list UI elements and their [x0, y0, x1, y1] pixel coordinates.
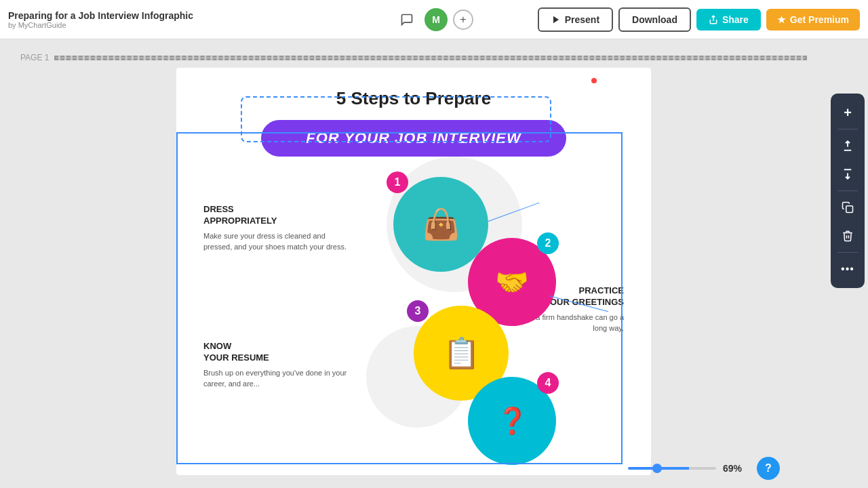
- handshake-icon: 🤝: [495, 266, 529, 298]
- right-panel: +: [827, 39, 868, 488]
- user-avatar[interactable]: M: [425, 8, 448, 31]
- header: Preparing for a Job Interview Infographi…: [0, 0, 868, 39]
- step-3-heading: KNOW YOUR RESUME: [203, 341, 353, 364]
- add-collaborator-button[interactable]: +: [453, 9, 473, 30]
- infographic-subtitle: FOR YOUR JOB INTERVIEW: [261, 120, 566, 157]
- expand-up-button[interactable]: [834, 132, 861, 159]
- svg-rect-7: [846, 206, 853, 213]
- toolbar: +: [831, 94, 865, 288]
- canvas-frame[interactable]: 5 Steps to Prepare FOR YOUR JOB INTERVIE…: [176, 68, 651, 475]
- step-1-body: Make sure your dress is cleaned and pres…: [203, 230, 353, 253]
- resume-icon: 📋: [443, 336, 480, 371]
- infographic-content: 5 Steps to Prepare FOR YOUR JOB INTERVIE…: [176, 68, 651, 475]
- step-1-number: 1: [387, 171, 408, 193]
- step-3-text: KNOW YOUR RESUME Brush up on everything …: [203, 341, 353, 390]
- svg-marker-0: [553, 16, 559, 23]
- document-author: by MyChartGuide: [8, 21, 193, 29]
- share-button[interactable]: Share: [696, 9, 761, 30]
- step-3-number: 3: [407, 300, 429, 322]
- tool-divider-3: [837, 252, 858, 253]
- bottom-bar: 69% ?: [628, 457, 780, 480]
- plus-icon: +: [844, 105, 852, 121]
- zoom-slider[interactable]: [628, 467, 716, 470]
- steps-left-column: DRESS APPROPRIATELY Make sure your dress…: [203, 177, 353, 462]
- page-label: PAGE 1: [20, 53, 807, 62]
- delete-button[interactable]: [834, 222, 861, 249]
- step-1-heading: DRESS APPROPRIATELY: [203, 204, 353, 227]
- more-options-button[interactable]: •••: [834, 256, 861, 283]
- canvas-area[interactable]: PAGE 1 5 Steps to Prepare FOR YOUR JOB I…: [0, 39, 827, 488]
- tool-divider-2: [837, 190, 858, 191]
- step-1-text: DRESS APPROPRIATELY Make sure your dress…: [203, 204, 353, 253]
- expand-down-button[interactable]: [834, 161, 861, 188]
- present-button[interactable]: Present: [538, 7, 613, 32]
- add-tool-button[interactable]: +: [834, 99, 861, 126]
- zoom-controls: 69%: [628, 463, 747, 474]
- tool-divider-1: [837, 129, 858, 129]
- comment-button[interactable]: [395, 7, 419, 32]
- step-1-circle: 👜: [393, 177, 488, 272]
- steps-circles-area: 👜 1 🤝 2 📋: [353, 177, 488, 462]
- step-3-body: Brush up on everything you've done in yo…: [203, 367, 353, 390]
- header-left: Preparing for a Job Interview Infographi…: [8, 10, 193, 29]
- document-title: Preparing for a Job Interview Infographi…: [8, 10, 193, 21]
- header-center: M +: [395, 7, 473, 32]
- more-icon: •••: [841, 263, 854, 275]
- step-2-number: 2: [537, 232, 559, 254]
- help-button[interactable]: ?: [757, 457, 780, 480]
- steps-area: DRESS APPROPRIATELY Make sure your dress…: [203, 177, 624, 462]
- step-4-number: 4: [537, 372, 559, 394]
- copy-button[interactable]: [834, 194, 861, 221]
- infographic-title: 5 Steps to Prepare: [203, 88, 624, 109]
- main-area: PAGE 1 5 Steps to Prepare FOR YOUR JOB I…: [0, 39, 868, 488]
- question-icon: ❓: [496, 406, 528, 436]
- download-button[interactable]: Download: [618, 7, 691, 32]
- get-premium-button[interactable]: ★ Get Premium: [766, 9, 860, 30]
- zoom-percentage: 69%: [723, 463, 747, 474]
- header-right: Present Download Share ★ Get Premium: [538, 7, 860, 32]
- bag-icon: 👜: [422, 207, 460, 242]
